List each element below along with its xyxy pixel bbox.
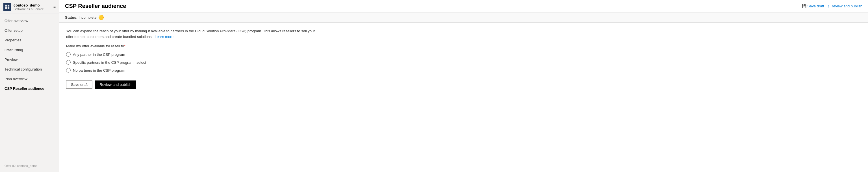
learn-more-link[interactable]: Learn more: [155, 34, 173, 39]
save-draft-top-label: Save draft: [808, 4, 824, 8]
save-icon: 💾: [802, 4, 806, 8]
radio-any-partner[interactable]: Any partner in the CSP program: [66, 52, 861, 57]
radio-any-partner-label: Any partner in the CSP program: [73, 52, 125, 57]
description-text: You can expand the reach of your offer b…: [66, 28, 320, 40]
sidebar-expand-button[interactable]: ≡: [53, 4, 56, 9]
status-bar: Status: Incomplete 🟡: [59, 13, 868, 23]
app-subtitle: Software as a Service: [13, 7, 44, 11]
radio-any-partner-input[interactable]: [66, 52, 71, 57]
radio-group: Any partner in the CSP program Specific …: [66, 52, 861, 73]
status-label: Status:: [65, 15, 78, 20]
svg-rect-0: [5, 5, 7, 6]
offer-id: Offer ID: contoso_demo: [0, 162, 59, 172]
action-buttons: Save draft Review and publish: [66, 80, 861, 89]
radio-no-partners[interactable]: No partners in the CSP program: [66, 68, 861, 73]
review-publish-top-button[interactable]: ↑ Review and publish: [828, 4, 862, 8]
status-value: Incomplete: [79, 15, 97, 20]
main-content: CSP Reseller audience 💾 Save draft ↑ Rev…: [59, 0, 868, 172]
app-name: contoso_demo: [13, 3, 44, 7]
save-draft-button[interactable]: Save draft: [66, 80, 92, 89]
sidebar-item-properties[interactable]: Properties: [0, 35, 59, 45]
sidebar-item-csp-reseller[interactable]: CSP Reseller audience: [0, 84, 59, 94]
sidebar-item-preview[interactable]: Preview: [0, 55, 59, 65]
radio-no-partners-input[interactable]: [66, 68, 71, 73]
sidebar-item-plan-overview[interactable]: Plan overview: [0, 74, 59, 84]
sidebar-item-offer-setup[interactable]: Offer setup: [0, 26, 59, 35]
review-publish-button[interactable]: Review and publish: [95, 80, 136, 89]
section-label: Make my offer available for resell to*: [66, 44, 861, 48]
content-area: You can expand the reach of your offer b…: [59, 23, 868, 172]
sidebar-item-offer-overview[interactable]: Offer overview: [0, 16, 59, 26]
publish-icon: ↑: [828, 4, 830, 8]
page-title: CSP Reseller audience: [65, 3, 126, 9]
save-draft-top-button[interactable]: 💾 Save draft: [802, 4, 824, 8]
topbar-actions: 💾 Save draft ↑ Review and publish: [802, 4, 863, 8]
app-logo: [3, 3, 11, 11]
svg-rect-3: [8, 7, 9, 9]
sidebar-item-offer-listing[interactable]: Offer listing: [0, 45, 59, 55]
app-title-group: contoso_demo Software as a Service: [13, 3, 44, 11]
review-publish-top-label: Review and publish: [830, 4, 862, 8]
logo-icon: [5, 4, 10, 9]
sidebar: contoso_demo Software as a Service ≡ Off…: [0, 0, 59, 172]
svg-rect-1: [8, 5, 9, 6]
radio-specific-partners-label: Specific partners in the CSP program I s…: [73, 60, 146, 65]
status-icon: 🟡: [98, 15, 104, 20]
sidebar-nav: Offer overview Offer setup Properties Of…: [0, 14, 59, 162]
svg-rect-2: [5, 7, 7, 9]
sidebar-item-technical-config[interactable]: Technical configuration: [0, 65, 59, 74]
required-marker: *: [124, 44, 125, 48]
radio-no-partners-label: No partners in the CSP program: [73, 68, 125, 73]
radio-specific-partners[interactable]: Specific partners in the CSP program I s…: [66, 60, 861, 65]
sidebar-header: contoso_demo Software as a Service ≡: [0, 0, 59, 14]
radio-specific-partners-input[interactable]: [66, 60, 71, 65]
topbar: CSP Reseller audience 💾 Save draft ↑ Rev…: [59, 0, 868, 13]
